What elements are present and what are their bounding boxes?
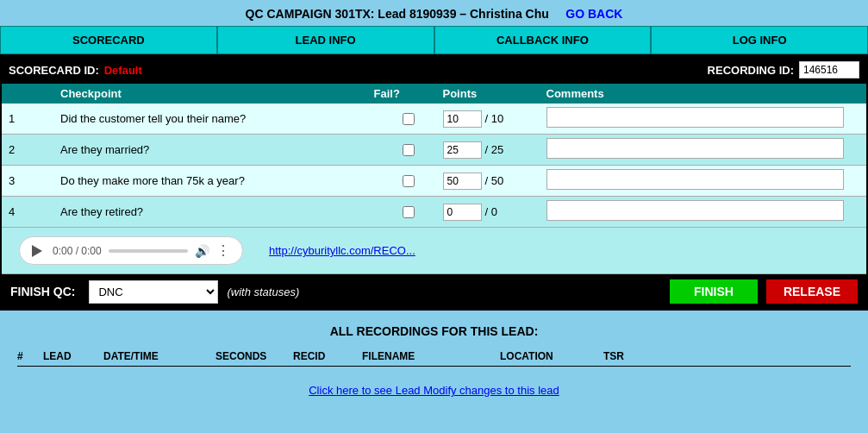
row2-comments-cell [546, 138, 860, 161]
row4-comments-textarea[interactable] [546, 200, 844, 221]
scorecard-container: SCORECARD ID: Default RECORDING ID: Chec… [0, 54, 868, 311]
col-comments: Comments [546, 87, 860, 100]
row4-points-input[interactable] [443, 204, 482, 221]
row2-num: 2 [9, 143, 60, 156]
table-row: 4 Are they retired? / 0 [2, 197, 866, 228]
col-location: LOCATION [500, 350, 603, 362]
row2-points-max: / 25 [485, 143, 504, 156]
page-title: QC CAMPAIGN 301TX: Lead 8190939 – Christ… [246, 7, 549, 21]
row2-comments-textarea[interactable] [546, 138, 844, 159]
row3-points-input[interactable] [443, 173, 482, 190]
audio-player: 0:00 / 0:00 🔊 ⋮ [19, 236, 243, 265]
scorecard-id-section: SCORECARD ID: Default [9, 64, 708, 77]
row4-checkpoint: Are they retired? [60, 205, 374, 218]
more-options-icon[interactable]: ⋮ [216, 242, 230, 259]
row1-points-input[interactable] [443, 110, 482, 128]
recordings-title: ALL RECORDINGS FOR THIS LEAD: [17, 324, 851, 338]
row4-fail-checkbox[interactable] [403, 206, 415, 218]
row1-points-max: / 10 [485, 112, 504, 125]
col-tsr: TSR [603, 350, 672, 362]
row2-points-input[interactable] [443, 141, 482, 159]
col-recid: RECID [293, 350, 362, 362]
scorecard-id-value: Default [104, 64, 142, 77]
col-lead: LEAD [43, 350, 103, 362]
row3-comments-cell [546, 169, 860, 192]
row3-num: 3 [9, 174, 60, 187]
release-button[interactable]: RELEASE [766, 279, 858, 304]
row2-points-cell: / 25 [443, 141, 546, 159]
row2-fail-checkbox[interactable] [403, 144, 415, 156]
row4-fail-cell [374, 206, 443, 218]
row3-comments-textarea[interactable] [546, 169, 844, 190]
audio-time: 0:00 / 0:00 [53, 245, 102, 257]
page-header: QC CAMPAIGN 301TX: Lead 8190939 – Christ… [0, 0, 868, 26]
finish-row: FINISH QC: DNC Qualified Not Qualified C… [2, 274, 866, 309]
col-filename: FILENAME [362, 350, 500, 362]
table-row: 1 Did the customer tell you their name? … [2, 104, 866, 135]
row4-num: 4 [9, 205, 60, 218]
row2-checkpoint: Are they married? [60, 143, 374, 156]
row2-fail-cell [374, 144, 443, 156]
tab-callback-info[interactable]: CALLBACK INFO [434, 26, 652, 54]
row1-comments-cell [546, 107, 860, 130]
recording-id-input[interactable] [799, 61, 859, 78]
tab-scorecard[interactable]: SCORECARD [0, 26, 217, 54]
tab-lead-info[interactable]: LEAD INFO [217, 26, 434, 54]
audio-row: 0:00 / 0:00 🔊 ⋮ http://cyburityllc.com/R… [2, 228, 866, 274]
nav-tabs: SCORECARD LEAD INFO CALLBACK INFO LOG IN… [0, 26, 868, 54]
row4-comments-cell [546, 200, 860, 223]
row3-checkpoint: Do they make more than 75k a year? [60, 174, 374, 187]
audio-progress-bar[interactable] [109, 249, 188, 253]
row1-comments-textarea[interactable] [546, 107, 844, 128]
recording-id-section: RECORDING ID: [708, 61, 859, 78]
col-num [9, 87, 60, 100]
col-seconds: SECONDS [215, 350, 293, 362]
col-datetime: DATE/TIME [103, 350, 215, 362]
recording-id-label: RECORDING ID: [708, 64, 794, 77]
col-hash: # [17, 350, 43, 362]
row3-points-cell: / 50 [443, 173, 546, 190]
row3-fail-checkbox[interactable] [403, 175, 415, 187]
row1-fail-cell [374, 113, 443, 125]
row4-points-cell: / 0 [443, 204, 546, 221]
row1-num: 1 [9, 112, 60, 125]
row3-fail-cell [374, 175, 443, 187]
go-back-link[interactable]: GO BACK [565, 7, 622, 21]
col-fail: Fail? [374, 87, 443, 100]
footer-link-section: Click here to see Lead Modify changes to… [0, 372, 868, 405]
row4-points-max: / 0 [485, 205, 497, 218]
scorecard-header: SCORECARD ID: Default RECORDING ID: [2, 56, 866, 84]
table-row: 2 Are they married? / 25 [2, 135, 866, 166]
play-button[interactable] [32, 245, 42, 257]
col-checkpoint: Checkpoint [60, 87, 374, 100]
volume-icon[interactable]: 🔊 [195, 244, 209, 258]
recordings-section: ALL RECORDINGS FOR THIS LEAD: # LEAD DAT… [0, 311, 868, 372]
col-points: Points [443, 87, 546, 100]
lead-modify-link[interactable]: Click here to see Lead Modify changes to… [309, 384, 559, 397]
row1-fail-checkbox[interactable] [403, 113, 415, 125]
with-statuses-label: (with statuses) [227, 286, 299, 298]
finish-label: FINISH QC: [10, 285, 75, 298]
table-header: Checkpoint Fail? Points Comments [2, 84, 866, 104]
row3-points-max: / 50 [485, 174, 504, 187]
recording-link[interactable]: http://cyburityllc.com/RECO... [269, 244, 415, 257]
scorecard-id-label: SCORECARD ID: [9, 64, 99, 77]
tab-log-info[interactable]: LOG INFO [651, 26, 868, 54]
table-row: 3 Do they make more than 75k a year? / 5… [2, 166, 866, 197]
recordings-table-header: # LEAD DATE/TIME SECONDS RECID FILENAME … [17, 347, 851, 367]
row1-points-cell: / 10 [443, 110, 546, 128]
finish-button[interactable]: FINISH [670, 279, 758, 304]
finish-dropdown[interactable]: DNC Qualified Not Qualified Callback [89, 280, 218, 304]
row1-checkpoint: Did the customer tell you their name? [60, 112, 374, 125]
